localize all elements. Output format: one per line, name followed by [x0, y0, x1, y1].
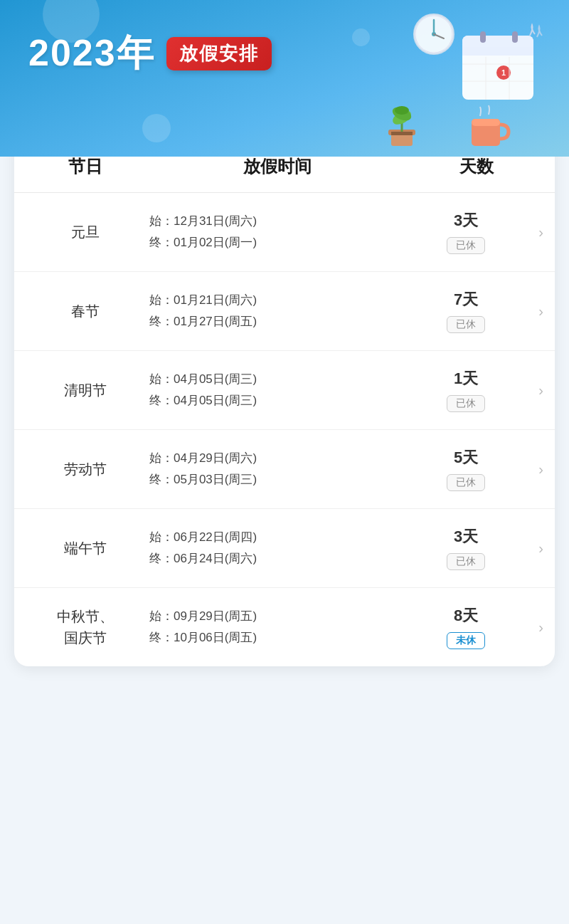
header: 2023年 放假安排 1	[0, 0, 569, 157]
end-date: 终：01月27日(周五)	[149, 313, 420, 330]
days-number: 3天	[454, 526, 478, 547]
status-badge: 已休	[447, 395, 485, 412]
holiday-dates: 始：06月22日(周四)终：06月24日(周六)	[135, 529, 420, 567]
col-header-dates: 放假时间	[135, 155, 420, 178]
holiday-dates: 始：01月21日(周六)终：01月27日(周五)	[135, 292, 420, 330]
holiday-dates: 始：09月29日(周五)终：10月06日(周五)	[135, 608, 420, 646]
holiday-days-col: 5天已休	[420, 447, 533, 491]
holiday-row[interactable]: 劳动节始：04月29日(周六)终：05月03日(周三)5天已休›	[14, 430, 555, 509]
status-badge: 已休	[447, 237, 485, 254]
days-number: 8天	[454, 605, 478, 626]
start-date: 始：04月29日(周六)	[149, 450, 420, 467]
holiday-dates: 始：04月29日(周六)终：05月03日(周三)	[135, 450, 420, 488]
holiday-name: 中秋节、国庆节	[36, 606, 135, 649]
holiday-name: 春节	[36, 300, 135, 322]
chevron-right-icon: ›	[538, 540, 543, 557]
svg-rect-24	[472, 119, 500, 126]
days-number: 5天	[454, 447, 478, 468]
end-date: 终：06月24日(周六)	[149, 550, 420, 567]
start-date: 始：04月05日(周三)	[149, 371, 420, 388]
start-date: 始：12月31日(周六)	[149, 213, 420, 230]
year-text: 2023年	[28, 28, 155, 78]
holiday-name: 清明节	[36, 379, 135, 401]
mug-decoration	[466, 103, 512, 153]
chevron-right-icon: ›	[538, 303, 543, 320]
holiday-row[interactable]: 端午节始：06月22日(周四)终：06月24日(周六)3天已休›	[14, 509, 555, 588]
days-number: 1天	[454, 368, 478, 389]
end-date: 终：10月06日(周五)	[149, 629, 420, 646]
status-badge: 已休	[447, 474, 485, 491]
holiday-dates: 始：12月31日(周六)终：01月02日(周一)	[135, 213, 420, 251]
start-date: 始：01月21日(周六)	[149, 292, 420, 309]
holiday-days-col: 8天未休	[420, 605, 533, 649]
holiday-days-col: 7天已休	[420, 289, 533, 333]
svg-rect-7	[462, 47, 533, 56]
status-badge: 已休	[447, 316, 485, 333]
holiday-row[interactable]: 清明节始：04月05日(周三)终：04月05日(周三)1天已休›	[14, 351, 555, 430]
holiday-card: 节日 放假时间 天数 元旦始：12月31日(周六)终：01月02日(周一)3天已…	[14, 135, 555, 666]
days-number: 7天	[454, 289, 478, 310]
holiday-name: 端午节	[36, 537, 135, 559]
holiday-dates: 始：04月05日(周三)终：04月05日(周三)	[135, 371, 420, 409]
col-header-name: 节日	[36, 155, 135, 178]
chevron-right-icon: ›	[538, 461, 543, 478]
holiday-row[interactable]: 元旦始：12月31日(周六)终：01月02日(周一)3天已休›	[14, 193, 555, 272]
holiday-days-col: 1天已休	[420, 368, 533, 412]
end-date: 终：05月03日(周三)	[149, 471, 420, 488]
holiday-days-col: 3天已休	[420, 526, 533, 570]
holiday-badge: 放假安排	[166, 37, 272, 70]
svg-point-22	[395, 106, 409, 115]
chevron-right-icon: ›	[538, 619, 543, 636]
status-badge: 未休	[447, 632, 485, 649]
svg-rect-8	[480, 31, 486, 43]
days-number: 3天	[454, 210, 478, 231]
start-date: 始：06月22日(周四)	[149, 529, 420, 546]
holiday-row[interactable]: 春节始：01月21日(周六)终：01月27日(周五)7天已休›	[14, 272, 555, 351]
svg-rect-9	[512, 31, 518, 43]
clock-decoration	[413, 13, 455, 56]
holiday-days-col: 3天已休	[420, 210, 533, 254]
chevron-right-icon: ›	[538, 224, 543, 241]
chevron-right-icon: ›	[538, 382, 543, 399]
start-date: 始：09月29日(周五)	[149, 608, 420, 625]
col-header-days: 天数	[420, 155, 533, 178]
rows-container: 元旦始：12月31日(周六)终：01月02日(周一)3天已休›春节始：01月21…	[14, 193, 555, 666]
plant-decoration	[377, 93, 427, 149]
holiday-row[interactable]: 中秋节、国庆节始：09月29日(周五)终：10月06日(周五)8天未休›	[14, 588, 555, 666]
holiday-name: 劳动节	[36, 458, 135, 480]
holiday-name: 元旦	[36, 221, 135, 243]
calendar-decoration: 1	[455, 21, 548, 107]
svg-rect-18	[391, 132, 413, 135]
status-badge: 已休	[447, 553, 485, 570]
end-date: 终：04月05日(周三)	[149, 392, 420, 409]
svg-text:1: 1	[501, 68, 506, 77]
end-date: 终：01月02日(周一)	[149, 234, 420, 251]
